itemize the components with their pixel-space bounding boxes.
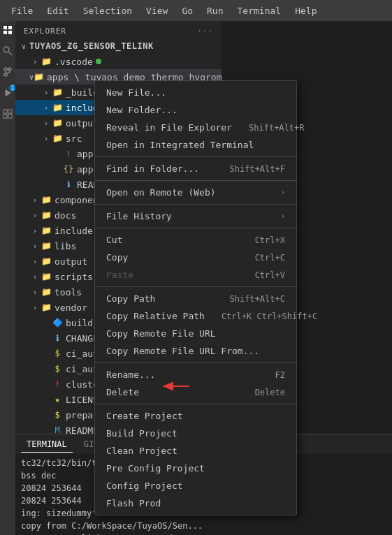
svg-point-6 [4, 68, 7, 71]
ctx-delete-shortcut: Delete [255, 388, 285, 397]
ctx-sep-4 [95, 228, 296, 228]
svg-rect-0 [3, 26, 7, 29]
menu-help[interactable]: Help [289, 3, 322, 19]
yaml-icon: ! [63, 148, 74, 159]
ctx-open-terminal-label: Open in Integrated Terminal [106, 140, 254, 150]
ctx-rename-label: Rename... [106, 369, 155, 380]
vendor-folder-icon: 📁 [41, 302, 52, 313]
activity-bar: 1 [0, 21, 15, 535]
ctx-paste-shortcut: Ctrl+V [255, 270, 285, 280]
ctx-pre-config-project[interactable]: Pre Config Project [95, 460, 296, 477]
libs-arrow: › [29, 242, 41, 250]
menu-edit[interactable]: Edit [41, 3, 74, 19]
folder-icon: 📁 [41, 56, 52, 67]
menu-run[interactable]: Run [201, 3, 228, 19]
tree-item-vscode[interactable]: › 📁 .vscode [15, 54, 222, 69]
explorer-label: EXPLORER [24, 27, 66, 36]
ctx-open-remote-arrow: › [281, 189, 285, 196]
include-arrow: › [41, 104, 52, 112]
json-icon: {} [63, 163, 74, 175]
vscode-arrow: › [29, 58, 41, 66]
ctx-new-file[interactable]: New File... [95, 84, 296, 101]
ctx-build-project[interactable]: Build Project [95, 425, 296, 442]
svg-rect-1 [8, 26, 12, 29]
terminal-line-7: zg_sensor_telink/apps/tuyaos_demo-... [21, 532, 386, 535]
ctx-clean-project[interactable]: Clean Project [95, 442, 296, 460]
docs-label: docs [55, 210, 76, 221]
svg-rect-14 [8, 115, 12, 118]
include-folder-icon: 📁 [52, 102, 63, 113]
ctx-copy-shortcut: Ctrl+C [255, 253, 285, 263]
ctx-new-folder[interactable]: New Folder... [95, 101, 296, 119]
ctx-flash-prod-label: Flash Prod [106, 498, 161, 508]
components-arrow: › [29, 196, 41, 204]
activity-debug-icon[interactable]: 1 [1, 87, 14, 99]
terminal-line-6: copy from C:/WorkSpace/TuyaOS/Sen... [21, 520, 386, 532]
components-folder-icon: 📁 [41, 194, 52, 205]
activity-extensions-icon[interactable] [1, 108, 14, 120]
ctx-flash-prod[interactable]: Flash Prod [95, 494, 296, 512]
ctx-file-history-label: File History [106, 211, 172, 221]
output-arrow: › [41, 119, 52, 127]
ctx-reveal-explorer[interactable]: Reveal in File Explorer Shift+Alt+R [95, 119, 296, 136]
tab-terminal[interactable]: TERMINAL [21, 437, 73, 453]
ctx-open-remote[interactable]: Open on Remote (Web) › [95, 184, 296, 201]
activity-search-icon[interactable] [1, 45, 14, 57]
ctx-copy-remote-url-from-label: Copy Remote File URL From... [106, 346, 259, 356]
menu-go[interactable]: Go [176, 3, 198, 19]
ctx-pre-config-project-label: Pre Config Project [106, 463, 205, 474]
menu-view[interactable]: View [140, 3, 173, 19]
sidebar-header: EXPLORER ··· [15, 21, 222, 38]
ctx-create-project[interactable]: Create Project [95, 407, 296, 425]
menu-file[interactable]: File [6, 3, 38, 19]
ctx-config-project[interactable]: Config Project [95, 477, 296, 494]
ctx-create-project-label: Create Project [106, 411, 183, 421]
ctx-copy-remote-url[interactable]: Copy Remote File URL [95, 325, 296, 342]
include-root-arrow: › [29, 227, 41, 235]
svg-rect-3 [8, 31, 12, 34]
ctx-new-file-label: New File... [106, 87, 166, 98]
ctx-copy-path[interactable]: Copy Path Shift+Alt+C [95, 290, 296, 307]
scripts-label: scripts [55, 272, 93, 282]
svg-rect-13 [3, 115, 7, 118]
ctx-rename[interactable]: Rename... F2 [95, 366, 296, 383]
ctx-open-remote-label: Open on Remote (Web) [106, 187, 216, 198]
ctx-delete[interactable]: Delete Delete [95, 383, 296, 401]
ctx-delete-label: Delete [106, 387, 139, 397]
activity-git-icon[interactable] [1, 66, 14, 78]
ctx-sep-7 [95, 404, 296, 404]
svg-line-5 [9, 52, 13, 56]
ctx-find-folder[interactable]: Find in Folder... Shift+Alt+F [95, 160, 296, 177]
menu-selection[interactable]: Selection [78, 3, 138, 19]
tree-root[interactable]: ∨ TUYAOS_ZG_SENSOR_TELINK [15, 38, 222, 54]
ctx-paste: Paste Ctrl+V [95, 266, 296, 284]
info-icon: ℹ [63, 179, 74, 190]
docs-arrow: › [29, 212, 41, 219]
ctx-copy[interactable]: Copy Ctrl+C [95, 249, 296, 266]
ciautopack-icon: $ [52, 363, 63, 374]
scripts-arrow: › [29, 273, 41, 281]
ctx-config-project-label: Config Project [106, 481, 183, 491]
ctx-find-folder-shortcut: Shift+Alt+F [230, 164, 285, 174]
root-label: TUYAOS_ZG_SENSOR_TELINK [29, 41, 154, 51]
ctx-cut[interactable]: Cut Ctrl+X [95, 231, 296, 249]
vscode-label: .vscode [55, 57, 93, 67]
ctx-copy-relative-path[interactable]: Copy Relative Path Ctrl+K Ctrl+Shift+C [95, 307, 296, 325]
output-root-arrow: › [29, 258, 41, 265]
svg-point-4 [3, 47, 9, 52]
sidebar-more-icon[interactable]: ··· [197, 27, 213, 36]
menu-terminal[interactable]: Terminal [232, 3, 287, 19]
build-folder-icon: 📁 [52, 87, 63, 98]
ctx-sep-1 [95, 156, 296, 157]
ctx-open-terminal[interactable]: Open in Integrated Terminal [95, 136, 296, 154]
activity-explorer-icon[interactable] [1, 24, 14, 36]
ctx-sep-3 [95, 204, 296, 205]
tools-label: tools [55, 287, 82, 298]
main-layout: 1 EXPLORER ··· ∨ TUYAOS_ZG_SENSOR_TELINK… [0, 21, 392, 535]
svg-rect-11 [3, 110, 7, 113]
ctx-copy-remote-url-from[interactable]: Copy Remote File URL From... [95, 342, 296, 360]
ctx-file-history[interactable]: File History › [95, 207, 296, 225]
ctx-sep-6 [95, 362, 296, 363]
src-label: src [66, 133, 82, 144]
ctx-rename-shortcut: F2 [275, 370, 285, 380]
